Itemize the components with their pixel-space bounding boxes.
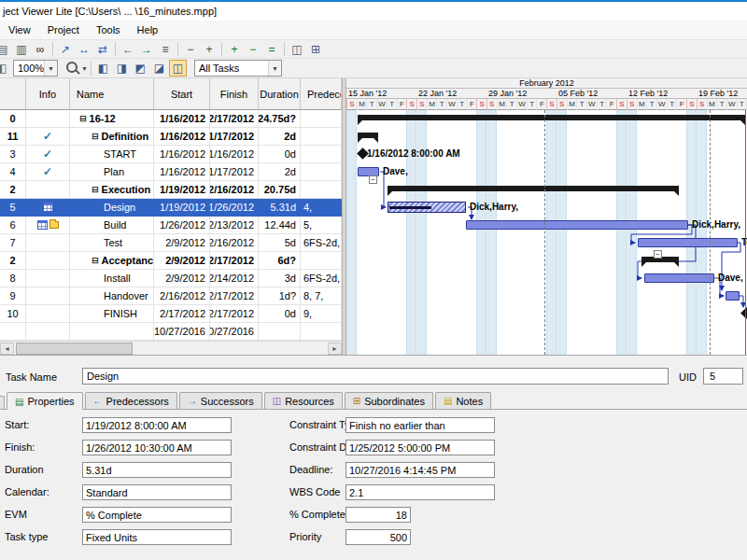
start-cell: 2/9/2012 — [154, 252, 210, 270]
summary-bar[interactable] — [388, 186, 679, 191]
column-header-name[interactable]: Name — [70, 78, 154, 110]
tab-subordinates[interactable]: ⊞Subordinates — [345, 392, 433, 409]
start-cell: 1/16/2012 — [154, 146, 210, 163]
chevron-down-icon[interactable]: ▼ — [268, 61, 281, 76]
table-row[interactable]: 11✓⊟Definition1/16/20121/17/20122d — [0, 128, 342, 146]
week-label: 12 Feb '12 — [628, 89, 668, 99]
day-letter: M — [567, 99, 577, 110]
print-icon[interactable]: ▥ — [12, 41, 31, 58]
zoom-out-icon[interactable]: − — [244, 41, 262, 58]
column-header-finish[interactable]: Finish — [210, 78, 259, 110]
day-letter: S — [346, 99, 357, 110]
tab-properties[interactable]: ▤Properties — [7, 392, 83, 410]
task-name-text: Test — [104, 237, 122, 248]
table-row[interactable]: 8Install2/9/20122/14/20123d6FS-2d, — [0, 270, 342, 287]
collapse-all-icon[interactable]: − — [181, 41, 200, 58]
task-name-input[interactable] — [82, 368, 669, 385]
summary-bar[interactable] — [358, 133, 378, 138]
outdent-task-icon[interactable]: ← — [119, 41, 137, 58]
edit-hyperlink-icon[interactable]: ↔ — [75, 41, 93, 58]
start-cell: 2/9/2012 — [154, 234, 210, 252]
menu-project[interactable]: Project — [39, 21, 88, 38]
find-icon[interactable]: ∞ — [31, 41, 49, 58]
table-row[interactable]: 10FINISH2/17/20122/17/20120d9, — [0, 305, 342, 323]
tab-resources[interactable]: ◫Resources — [264, 392, 343, 409]
table-row[interactable]: 3✓START1/16/20121/16/20120d — [0, 146, 342, 163]
tab-successors[interactable]: →Successors — [179, 392, 262, 409]
collapse-icon[interactable]: ⊟ — [79, 114, 87, 123]
view-top-pane-icon[interactable]: ◩ — [132, 60, 149, 77]
table-row[interactable]: 2⊟Acceptance2/9/20122/17/20126d? — [0, 252, 342, 270]
table-row[interactable]: 10/27/201610/27/2016 — [0, 323, 342, 341]
zoom-select-icon[interactable] — [66, 62, 78, 73]
filter-combobox[interactable]: All Tasks ▼ — [194, 60, 282, 77]
table-row[interactable]: 4✓Plan1/16/20121/17/20122d — [0, 163, 342, 181]
tab-notes[interactable]: ▤Notes — [435, 392, 491, 409]
start-input[interactable] — [82, 417, 232, 433]
chevron-down-icon[interactable]: ▼ — [44, 61, 57, 76]
task-bar[interactable] — [638, 238, 738, 247]
scrollbar-thumb[interactable] — [16, 343, 133, 355]
task-bar[interactable] — [466, 220, 688, 230]
bar-label: Dave, — [718, 273, 743, 283]
task-bar[interactable] — [726, 291, 740, 301]
copy-picture-icon[interactable]: ▤ — [0, 41, 12, 58]
chart-collapse-icon[interactable]: − — [369, 175, 377, 184]
view-split-pane-icon[interactable]: ◫ — [169, 60, 187, 77]
menu-tools[interactable]: Tools — [88, 21, 129, 38]
table-row[interactable]: 7Test2/9/20122/16/20125d6FS-2d, — [0, 234, 342, 252]
complete-input[interactable] — [345, 507, 411, 523]
chevron-down-icon[interactable]: ▼ — [81, 65, 88, 72]
view-bottom-pane-icon[interactable]: ◪ — [150, 60, 168, 77]
calendar-input[interactable] — [82, 484, 232, 500]
insert-hyperlink-icon[interactable]: ↗ — [56, 41, 75, 58]
task-bar[interactable] — [644, 273, 714, 283]
table-row[interactable]: 2⊟Execution1/19/20122/16/201220.75d — [0, 181, 342, 199]
column-header-duration[interactable]: Duration — [259, 78, 301, 110]
tab-stub[interactable] — [0, 396, 5, 409]
chart-collapse-icon[interactable]: − — [654, 250, 662, 259]
task-type-input[interactable] — [82, 529, 232, 545]
menu-view[interactable]: View — [0, 21, 39, 38]
table-row[interactable]: 5Design1/19/20121/26/20125.31d4, — [0, 199, 342, 217]
scroll-left-icon[interactable]: ◄ — [0, 343, 14, 355]
duration-input[interactable] — [82, 462, 232, 478]
zoom-combobox[interactable]: 100% ▼ — [13, 60, 58, 77]
outline-icon[interactable]: ≡ — [156, 41, 175, 58]
table-row[interactable]: 9Handover2/16/20122/17/20121d?8, 7, — [0, 287, 342, 305]
priority-input[interactable] — [345, 529, 411, 545]
column-header-start[interactable]: Start — [154, 78, 210, 110]
menu-help[interactable]: Help — [129, 21, 167, 38]
collapse-icon[interactable]: ⊟ — [92, 132, 99, 141]
select-tool-icon[interactable]: ◧ — [0, 60, 11, 77]
task-name-text: 16-12 — [90, 113, 116, 124]
column-header-info[interactable]: Info — [26, 78, 70, 110]
task-type-label: Task type — [5, 531, 48, 542]
task-bar[interactable] — [388, 202, 466, 213]
column-header-id[interactable] — [0, 78, 26, 110]
view-left-pane-icon[interactable]: ◧ — [94, 60, 112, 77]
collapse-icon[interactable]: ⊟ — [92, 185, 99, 194]
table-view-icon[interactable]: ⊞ — [306, 41, 325, 58]
gantt-chart-view-icon[interactable]: ◫ — [288, 41, 306, 58]
link-tasks-icon[interactable]: ⇄ — [93, 41, 112, 58]
table-row[interactable]: 0⊟16-121/16/20122/17/201224.75d? — [0, 110, 342, 128]
deadline-input[interactable] — [345, 462, 495, 478]
zoom-in-icon[interactable]: + — [225, 41, 244, 58]
summary-bar[interactable] — [358, 115, 745, 120]
evm-input[interactable] — [82, 507, 232, 523]
wbs-code-input[interactable] — [345, 484, 495, 500]
indent-task-icon[interactable]: → — [137, 41, 156, 58]
expand-all-icon[interactable]: + — [200, 41, 218, 58]
zoom-fit-icon[interactable]: = — [262, 41, 281, 58]
table-row[interactable]: 6Build1/26/20122/13/201212.44d5, — [0, 217, 342, 234]
table-horizontal-scrollbar[interactable]: ◄ ► — [0, 341, 342, 355]
constraint-type-input[interactable] — [345, 417, 495, 433]
constraint-date-input[interactable] — [345, 440, 495, 455]
view-right-pane-icon[interactable]: ◨ — [113, 60, 131, 77]
finish-input[interactable] — [82, 440, 232, 455]
collapse-icon[interactable]: ⊟ — [92, 256, 99, 265]
column-header-predecess[interactable]: Predecess — [301, 78, 342, 110]
tab-predecessors[interactable]: ←Predecessors — [85, 392, 177, 409]
scroll-right-icon[interactable]: ► — [328, 343, 342, 355]
